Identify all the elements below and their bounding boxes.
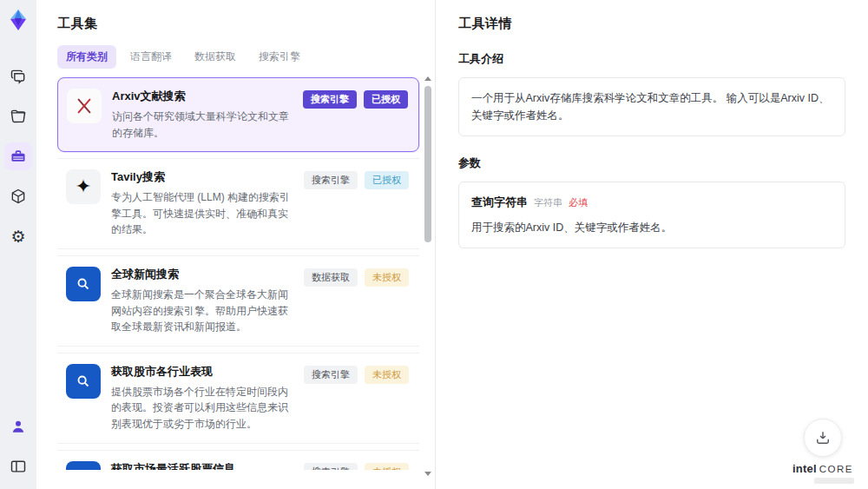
tool-title: 获取股市各行业表现 bbox=[111, 364, 293, 380]
panel-toggle-icon bbox=[10, 458, 27, 475]
page-title: 工具集 bbox=[57, 16, 435, 32]
tool-badges: 搜索引擎 已授权 bbox=[304, 171, 409, 189]
tool-icon: ✦ bbox=[66, 169, 101, 204]
intro-heading: 工具介绍 bbox=[458, 51, 845, 67]
corner-widgets: intel core bbox=[792, 419, 854, 484]
tool-title: 全球新闻搜索 bbox=[111, 267, 293, 282]
arxiv-icon bbox=[75, 96, 94, 116]
tool-title: 获取市场最活跃股票信息 bbox=[111, 461, 293, 470]
tool-card-0[interactable]: Arxiv文献搜索 访问各个研究领域大量科学论文和文章的存储库。 搜索引擎 已授… bbox=[57, 77, 419, 152]
scrollbar-thumb[interactable] bbox=[424, 86, 431, 242]
tool-card-list: Arxiv文献搜索 访问各个研究领域大量科学论文和文章的存储库。 搜索引擎 已授… bbox=[57, 77, 435, 470]
download-icon bbox=[814, 429, 832, 446]
tool-card-body: 获取市场最活跃股票信息 提供当天交易量最高的股票列表，投资者可以利用这些信息来识… bbox=[111, 461, 293, 470]
status-badge: 未授权 bbox=[365, 463, 409, 470]
search-icon bbox=[74, 274, 93, 294]
category-badge: 搜索引擎 bbox=[304, 463, 358, 470]
tool-badges: 数据获取 未授权 bbox=[304, 268, 409, 287]
tool-description: 专为人工智能代理 (LLM) 构建的搜索引擎工具。可快速提供实时、准确和真实的结… bbox=[111, 189, 293, 238]
tool-icon bbox=[66, 267, 101, 301]
download-button[interactable] bbox=[804, 419, 842, 457]
params-heading: 参数 bbox=[458, 155, 845, 171]
tool-icon bbox=[67, 89, 102, 123]
tab-2[interactable]: 数据获取 bbox=[186, 45, 245, 69]
sidebar-rail: ⚙ bbox=[0, 0, 36, 489]
search-icon bbox=[74, 372, 93, 391]
tool-card-4[interactable]: 获取市场最活跃股票信息 提供当天交易量最高的股票列表，投资者可以利用这些信息来识… bbox=[57, 450, 419, 470]
category-badge: 搜索引擎 bbox=[304, 171, 358, 189]
gear-icon: ⚙ bbox=[10, 228, 25, 245]
status-badge: 未授权 bbox=[365, 366, 409, 384]
tab-0[interactable]: 所有类别 bbox=[57, 45, 116, 69]
sparkle-icon: ✦ bbox=[76, 177, 91, 196]
tool-card-body: Arxiv文献搜索 访问各个研究领域大量科学论文和文章的存储库。 bbox=[112, 89, 293, 141]
tool-list-panel: 工具集 所有类别语言翻译数据获取搜索引擎 Arxiv文献搜索 访问各个研究领域大… bbox=[36, 0, 435, 489]
tool-title: Tavily搜索 bbox=[111, 169, 293, 185]
tool-card-1[interactable]: ✦ Tavily搜索 专为人工智能代理 (LLM) 构建的搜索引擎工具。可快速提… bbox=[57, 158, 419, 249]
app-window: ⚙ 工具集 所有类别语言翻译数据获取搜索引擎 Arxiv文献搜索 访问各个研究领… bbox=[0, 0, 868, 489]
tool-badges: 搜索引擎 已授权 bbox=[303, 90, 408, 109]
tool-card-body: 获取股市各行业表现 提供股票市场各个行业在特定时间段内的表现。投资者可以利用这些… bbox=[111, 364, 293, 433]
sidebar-item-tools[interactable] bbox=[4, 142, 32, 170]
tool-icon bbox=[66, 364, 101, 399]
cube-icon bbox=[10, 188, 27, 205]
param-required-label: 必填 bbox=[569, 195, 588, 211]
intro-text: 一个用于从Arxiv存储库搜索科学论文和文章的工具。 输入可以是Arxiv ID… bbox=[471, 92, 830, 122]
scrollbar-down-arrow[interactable] bbox=[424, 472, 431, 476]
search-icon bbox=[74, 469, 93, 470]
tool-details-panel: 工具详情 工具介绍 一个用于从Arxiv存储库搜索科学论文和文章的工具。 输入可… bbox=[436, 0, 868, 489]
app-logo bbox=[5, 7, 31, 33]
intro-box: 一个用于从Arxiv存储库搜索科学论文和文章的工具。 输入可以是Arxiv ID… bbox=[458, 77, 845, 136]
tool-card-body: 全球新闻搜索 全球新闻搜索是一个聚合全球各大新闻网站内容的搜索引擎。帮助用户快速… bbox=[111, 267, 293, 335]
tool-title: Arxiv文献搜索 bbox=[112, 89, 293, 104]
toolbox-icon bbox=[10, 148, 27, 165]
category-badge: 搜索引擎 bbox=[304, 366, 358, 384]
tool-description: 提供股票市场各个行业在特定时间段内的表现。投资者可以利用这些信息来识别表现优于或… bbox=[111, 384, 293, 433]
tool-card-2[interactable]: 全球新闻搜索 全球新闻搜索是一个聚合全球各大新闻网站内容的搜索引擎。帮助用户快速… bbox=[57, 255, 419, 347]
tool-badges: 搜索引擎 未授权 bbox=[304, 463, 409, 470]
sidebar-item-account[interactable] bbox=[4, 413, 32, 440]
status-badge: 已授权 bbox=[364, 90, 408, 109]
tool-description: 访问各个研究领域大量科学论文和文章的存储库。 bbox=[112, 109, 293, 141]
status-badge: 已授权 bbox=[365, 171, 409, 189]
details-title: 工具详情 bbox=[458, 16, 845, 32]
sidebar-item-files[interactable] bbox=[4, 102, 32, 130]
sidebar-collapse-button[interactable] bbox=[4, 453, 32, 480]
category-badge: 数据获取 bbox=[304, 268, 358, 287]
scrollbar-up-arrow[interactable] bbox=[424, 76, 431, 81]
list-scrollbar bbox=[424, 76, 432, 476]
tab-3[interactable]: 搜索引擎 bbox=[250, 45, 309, 69]
param-box: 查询字符串 字符串 必填 用于搜索的Arxiv ID、关键字或作者姓名。 bbox=[458, 182, 845, 248]
intel-brand-text: intel bbox=[792, 462, 817, 475]
chat-icon bbox=[10, 68, 27, 85]
tool-card-3[interactable]: 获取股市各行业表现 提供股票市场各个行业在特定时间段内的表现。投资者可以利用这些… bbox=[57, 353, 419, 444]
tab-1[interactable]: 语言翻译 bbox=[122, 45, 181, 69]
param-name: 查询字符串 bbox=[471, 194, 528, 212]
sidebar-item-chat[interactable] bbox=[4, 63, 32, 90]
param-description: 用于搜索的Arxiv ID、关键字或作者姓名。 bbox=[471, 219, 832, 236]
category-tabs: 所有类别语言翻译数据获取搜索引擎 bbox=[57, 45, 435, 69]
user-icon bbox=[10, 418, 27, 435]
intel-logo-subbar bbox=[814, 478, 854, 484]
tool-icon bbox=[66, 461, 101, 470]
param-type: 字符串 bbox=[534, 195, 562, 211]
sidebar-item-models[interactable] bbox=[4, 182, 32, 210]
tool-description: 全球新闻搜索是一个聚合全球各大新闻网站内容的搜索引擎。帮助用户快速获取全球最新资… bbox=[111, 287, 293, 335]
core-brand-text: core bbox=[819, 464, 853, 474]
folder-icon bbox=[10, 108, 27, 125]
tool-card-body: Tavily搜索 专为人工智能代理 (LLM) 构建的搜索引擎工具。可快速提供实… bbox=[111, 169, 293, 238]
intel-core-logo: intel core bbox=[792, 462, 853, 475]
sidebar-item-settings[interactable]: ⚙ bbox=[4, 222, 32, 250]
category-badge: 搜索引擎 bbox=[303, 90, 357, 109]
param-header: 查询字符串 字符串 必填 bbox=[471, 194, 832, 212]
tool-badges: 搜索引擎 未授权 bbox=[304, 366, 409, 384]
status-badge: 未授权 bbox=[365, 268, 409, 287]
